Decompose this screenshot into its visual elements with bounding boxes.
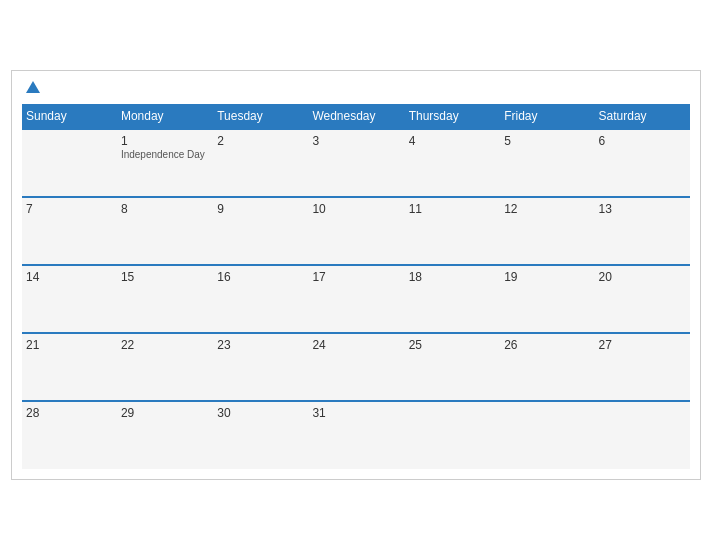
calendar-cell: 15 [117,265,213,333]
day-number: 19 [504,270,590,284]
calendar-cell: 26 [500,333,594,401]
day-number: 13 [599,202,686,216]
calendar-cell: 1Independence Day [117,129,213,197]
day-number: 6 [599,134,686,148]
calendar-cell: 11 [405,197,500,265]
day-number: 11 [409,202,496,216]
day-number: 1 [121,134,209,148]
day-number: 22 [121,338,209,352]
day-header-wednesday: Wednesday [308,104,404,129]
calendar-cell: 18 [405,265,500,333]
calendar-cell: 24 [308,333,404,401]
day-number: 18 [409,270,496,284]
calendar-wrapper: SundayMondayTuesdayWednesdayThursdayFrid… [11,70,701,480]
calendar-cell: 7 [22,197,117,265]
day-header-friday: Friday [500,104,594,129]
calendar-cell: 10 [308,197,404,265]
day-number: 4 [409,134,496,148]
calendar-cell: 25 [405,333,500,401]
day-number: 28 [26,406,113,420]
calendar-cell [405,401,500,469]
calendar-cell: 28 [22,401,117,469]
calendar-cell: 13 [595,197,690,265]
day-number: 14 [26,270,113,284]
day-number: 31 [312,406,400,420]
calendar-header [22,81,690,94]
day-number: 10 [312,202,400,216]
day-number: 17 [312,270,400,284]
calendar-cell: 3 [308,129,404,197]
calendar-cell: 8 [117,197,213,265]
holiday-label: Independence Day [121,149,209,160]
day-number: 15 [121,270,209,284]
calendar-cell: 16 [213,265,308,333]
day-header-monday: Monday [117,104,213,129]
day-number: 24 [312,338,400,352]
calendar-cell: 19 [500,265,594,333]
calendar-cell: 20 [595,265,690,333]
week-row-3: 14151617181920 [22,265,690,333]
day-header-saturday: Saturday [595,104,690,129]
day-number: 27 [599,338,686,352]
day-number: 2 [217,134,304,148]
calendar-cell: 5 [500,129,594,197]
calendar-cell: 22 [117,333,213,401]
day-number: 3 [312,134,400,148]
day-number: 7 [26,202,113,216]
logo-blue-text [22,81,40,94]
calendar-cell [500,401,594,469]
day-number: 20 [599,270,686,284]
day-number: 9 [217,202,304,216]
day-number: 25 [409,338,496,352]
day-number: 16 [217,270,304,284]
week-row-4: 21222324252627 [22,333,690,401]
day-number: 21 [26,338,113,352]
logo [22,81,40,94]
day-headers-row: SundayMondayTuesdayWednesdayThursdayFrid… [22,104,690,129]
calendar-cell: 9 [213,197,308,265]
calendar-cell: 4 [405,129,500,197]
day-number: 5 [504,134,590,148]
calendar-cell: 31 [308,401,404,469]
day-header-sunday: Sunday [22,104,117,129]
day-number: 26 [504,338,590,352]
calendar-cell [22,129,117,197]
calendar-cell: 27 [595,333,690,401]
day-number: 8 [121,202,209,216]
calendar-cell: 23 [213,333,308,401]
day-number: 12 [504,202,590,216]
calendar-cell: 6 [595,129,690,197]
calendar-cell: 2 [213,129,308,197]
calendar-cell: 30 [213,401,308,469]
day-header-thursday: Thursday [405,104,500,129]
day-number: 23 [217,338,304,352]
week-row-5: 28293031 [22,401,690,469]
day-number: 29 [121,406,209,420]
calendar-cell: 29 [117,401,213,469]
day-number: 30 [217,406,304,420]
week-row-1: 1Independence Day23456 [22,129,690,197]
calendar-cell: 12 [500,197,594,265]
calendar-cell [595,401,690,469]
week-row-2: 78910111213 [22,197,690,265]
day-header-tuesday: Tuesday [213,104,308,129]
calendar-table: SundayMondayTuesdayWednesdayThursdayFrid… [22,104,690,469]
calendar-cell: 21 [22,333,117,401]
calendar-cell: 17 [308,265,404,333]
calendar-cell: 14 [22,265,117,333]
logo-triangle-icon [26,81,40,93]
